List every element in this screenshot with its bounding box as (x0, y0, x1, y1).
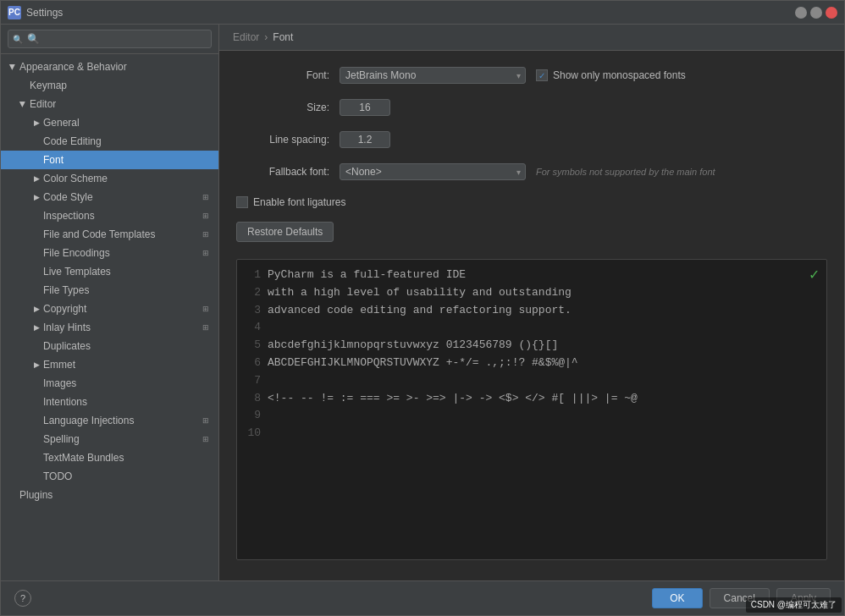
fallback-select-wrap: <None> (340, 163, 526, 180)
monospaced-checkbox[interactable] (536, 69, 548, 81)
line-number: 4 (247, 319, 261, 337)
line-spacing-row: Line spacing: (236, 129, 827, 151)
sidebar-item-code-editing[interactable]: ▶ Code Editing (1, 132, 218, 151)
badge-icon: ⊞ (200, 228, 212, 240)
badge-icon: ⊞ (200, 247, 212, 259)
sidebar-item-todo[interactable]: ▶ TODO (1, 467, 218, 486)
arrow-icon: ▶ (31, 173, 41, 184)
close-button[interactable] (826, 7, 837, 19)
cancel-button[interactable]: Cancel (710, 588, 770, 608)
sidebar-item-color-scheme[interactable]: ▶ Color Scheme (1, 169, 218, 188)
preview-line-7: 7 (247, 372, 816, 390)
font-label: Font: (236, 69, 329, 81)
sidebar-item-plugins[interactable]: ▶ Plugins (1, 486, 218, 504)
sidebar-item-intentions[interactable]: ▶ Intentions (1, 393, 218, 411)
line-content (268, 425, 274, 443)
line-content: PyCharm is a full-featured IDE (268, 267, 466, 284)
line-number: 1 (247, 267, 261, 284)
preview-line-9: 9 (247, 407, 816, 425)
badge-icon: ⊞ (200, 191, 212, 203)
ligatures-row: Enable font ligatures (236, 196, 827, 208)
apply-button[interactable]: Apply (776, 588, 831, 608)
arrow-icon: ▶ (8, 62, 18, 72)
badge-icon: ⊞ (200, 433, 212, 445)
ok-button[interactable]: OK (652, 588, 702, 608)
sidebar-item-font[interactable]: ▶ Font (1, 151, 218, 169)
line-content: with a high level of usability and outst… (268, 284, 572, 302)
monospaced-checkbox-row: Show only monospaced fonts (536, 69, 686, 81)
size-row: Size: (236, 96, 827, 118)
bottom-right: OK Cancel Apply (652, 588, 831, 608)
line-content: advanced code editing and refactoring su… (268, 302, 572, 320)
line-content (268, 372, 274, 390)
line-number: 8 (247, 390, 261, 408)
sidebar-item-file-encodings[interactable]: ▶ File Encodings ⊞ (1, 244, 218, 262)
badge-icon: ⊞ (200, 303, 212, 315)
sidebar-item-appearance[interactable]: ▶ Appearance & Behavior (1, 58, 218, 76)
sidebar-item-editor[interactable]: ▶ Editor (1, 95, 218, 113)
help-button[interactable]: ? (14, 590, 31, 607)
sidebar-item-file-code-templates[interactable]: ▶ File and Code Templates ⊞ (1, 225, 218, 244)
font-select[interactable]: JetBrains Mono (340, 67, 526, 84)
line-number: 7 (247, 372, 261, 390)
preview-line-2: 2 with a high level of usability and out… (247, 284, 816, 302)
line-number: 9 (247, 407, 261, 425)
preview-line-3: 3 advanced code editing and refactoring … (247, 302, 816, 320)
badge-icon: ⊞ (200, 415, 212, 426)
line-content: abcdefghijklmnopqrstuvwxyz 0123456789 ()… (268, 337, 558, 355)
sidebar-item-keymap[interactable]: ▶ Keymap (1, 76, 218, 95)
ligatures-label: Enable font ligatures (253, 196, 345, 208)
line-number: 10 (247, 425, 261, 443)
font-settings-panel: Font: JetBrains Mono Show only monospace… (219, 51, 844, 580)
sidebar-item-general[interactable]: ▶ General (1, 113, 218, 132)
fallback-font-row: Fallback font: <None> For symbols not su… (236, 161, 827, 183)
window-controls (795, 7, 837, 19)
restore-defaults-row: Restore Defaults (236, 218, 827, 242)
search-box (1, 25, 218, 54)
sidebar-item-inlay-hints[interactable]: ▶ Inlay Hints ⊞ (1, 318, 218, 337)
search-wrap (8, 30, 212, 48)
restore-defaults-button[interactable]: Restore Defaults (236, 222, 334, 242)
arrow-icon: ▶ (31, 304, 41, 314)
size-input[interactable] (340, 99, 390, 116)
sidebar-item-spelling[interactable]: ▶ Spelling ⊞ (1, 430, 218, 448)
sidebar-item-code-style[interactable]: ▶ Code Style ⊞ (1, 188, 218, 206)
line-number: 3 (247, 302, 261, 320)
sidebar-item-language-injections[interactable]: ▶ Language Injections ⊞ (1, 411, 218, 430)
minimize-button[interactable] (795, 7, 807, 19)
settings-window: PC Settings ▶ Appearance & Behavior (0, 0, 845, 616)
sidebar-item-file-types[interactable]: ▶ File Types (1, 281, 218, 300)
sidebar-item-duplicates[interactable]: ▶ Duplicates (1, 337, 218, 355)
ligatures-checkbox[interactable] (236, 196, 248, 208)
font-preview-area: ✓ 1 PyCharm is a full-featured IDE 2 wit… (236, 259, 827, 560)
line-spacing-input[interactable] (340, 131, 390, 148)
search-input[interactable] (8, 30, 212, 48)
arrow-icon: ▶ (31, 322, 41, 333)
sidebar-item-inspections[interactable]: ▶ Inspections ⊞ (1, 206, 218, 225)
maximize-button[interactable] (810, 7, 822, 19)
fallback-font-select[interactable]: <None> (340, 163, 526, 180)
app-icon: PC (8, 6, 21, 19)
line-spacing-label: Line spacing: (236, 134, 329, 146)
bottom-left: ? (14, 590, 31, 607)
fallback-hint: For symbols not supported by the main fo… (536, 167, 715, 177)
line-number: 6 (247, 355, 261, 372)
sidebar-item-live-templates[interactable]: ▶ Live Templates (1, 262, 218, 281)
sidebar-item-emmet[interactable]: ▶ Emmet (1, 355, 218, 374)
preview-line-5: 5 abcdefghijklmnopqrstuvwxyz 0123456789 … (247, 337, 816, 355)
main-panel: Editor › Font Font: JetBrains Mono Show … (219, 25, 844, 580)
sidebar-item-images[interactable]: ▶ Images (1, 374, 218, 393)
arrow-icon: ▶ (31, 192, 41, 202)
line-content: <!-- -- != := === >= >- >=> |-> -> <$> <… (268, 390, 638, 408)
line-content (268, 319, 274, 337)
preview-line-4: 4 (247, 319, 816, 337)
monospaced-label: Show only monospaced fonts (553, 69, 686, 81)
titlebar: PC Settings (1, 1, 844, 25)
line-number: 2 (247, 284, 261, 302)
settings-sidebar: ▶ Appearance & Behavior ▶ Keymap ▶ Edito… (1, 25, 219, 580)
font-row: Font: JetBrains Mono Show only monospace… (236, 64, 827, 86)
sidebar-item-textmate-bundles[interactable]: ▶ TextMate Bundles (1, 448, 218, 467)
sidebar-item-copyright[interactable]: ▶ Copyright ⊞ (1, 300, 218, 318)
code-preview: 1 PyCharm is a full-featured IDE 2 with … (237, 260, 826, 449)
main-content: ▶ Appearance & Behavior ▶ Keymap ▶ Edito… (1, 25, 844, 580)
